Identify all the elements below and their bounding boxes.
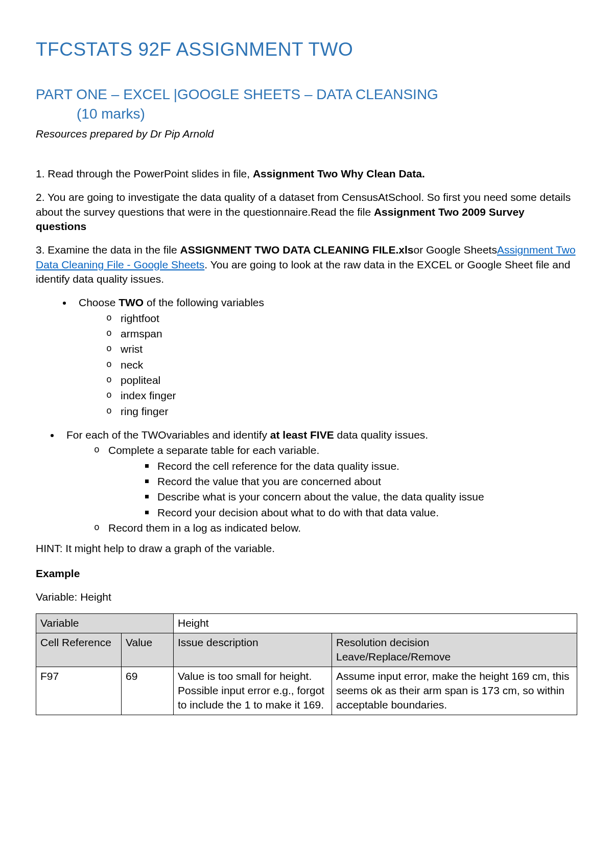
section-heading-line2: (10 marks) [36,104,577,124]
table-header-cell: Cell Reference [36,633,122,667]
document-page: TFCSTATS 92F ASSIGNMENT TWO PART ONE – E… [0,0,613,868]
paragraph-2: 2. You are going to investigate the data… [36,190,577,234]
table-cell: 69 [122,667,174,715]
text: or Google Sheets [413,244,497,256]
example-table: Variable Height Cell Reference Value Iss… [36,613,577,715]
text: of the following variables [144,296,264,308]
table-cell: Value is too small for height. Possible … [174,667,332,715]
sub-list: Complete a separate table for each varia… [66,443,577,535]
example-label: Example [36,566,577,581]
section-heading-line1: PART ONE – EXCEL |GOOGLE SHEETS – DATA C… [36,86,438,102]
text: For each of the TWOvariables and identif… [66,429,270,441]
paragraph-3: 3. Examine the data in the file ASSIGNME… [36,243,577,286]
list-item: Choose TWO of the following variables ri… [73,295,577,419]
list-item: popliteal [106,373,577,387]
text: 1. Read through the PowerPoint slides in… [36,168,253,179]
bullet-list: Choose TWO of the following variables ri… [36,295,577,419]
table-cell: Assume input error, make the height 169 … [332,667,577,715]
paragraph-1: 1. Read through the PowerPoint slides in… [36,167,577,181]
list-item: index finger [106,389,577,403]
bold-text: Assignment Two Why Clean Data. [253,168,425,179]
table-cell: Variable [36,614,174,633]
text: Complete a separate table for each varia… [108,444,319,456]
bullet-list: For each of the TWOvariables and identif… [36,428,577,535]
sub-list: rightfoot armspan wrist neck popliteal i… [79,311,577,419]
table-header-cell: Issue description [174,633,332,667]
bold-text: ASSIGNMENT TWO DATA CLEANING FILE.xls [180,244,414,256]
list-item: rightfoot [106,311,577,326]
table-row: Cell Reference Value Issue description R… [36,633,577,667]
hint-text: HINT: It might help to draw a graph of t… [36,541,577,556]
list-item: For each of the TWOvariables and identif… [60,428,577,535]
example-variable-line: Variable: Height [36,590,577,604]
list-item: Record the value that you are concerned … [145,474,577,489]
table-row: F97 69 Value is too small for height. Po… [36,667,577,715]
list-item: neck [106,358,577,372]
list-item: Record the cell reference for the data q… [145,459,577,473]
text: 3. Examine the data in the file [36,244,180,256]
list-item: Complete a separate table for each varia… [94,443,577,520]
list-item: Record them in a log as indicated below. [94,521,577,535]
list-item: Describe what is your concern about the … [145,490,577,504]
text: data quality issues. [334,429,428,441]
text: Resolution decision [336,636,429,648]
page-title: TFCSTATS 92F ASSIGNMENT TWO [36,37,577,62]
table-header-cell: Value [122,633,174,667]
bold-text: at least FIVE [270,429,334,441]
bold-text: TWO [119,296,144,308]
table-cell: Height [174,614,577,633]
text: Leave/Replace/Remove [336,651,451,663]
byline: Resources prepared by Dr Pip Arnold [36,127,577,141]
list-item: Record your decision about what to do wi… [145,506,577,520]
section-heading: PART ONE – EXCEL |GOOGLE SHEETS – DATA C… [36,85,577,124]
list-item: ring finger [106,404,577,419]
table-header-cell: Resolution decision Leave/Replace/Remove [332,633,577,667]
sub-sub-list: Record the cell reference for the data q… [108,459,577,520]
table-row: Variable Height [36,614,577,633]
list-item: wrist [106,342,577,356]
text: Choose [79,296,119,308]
table-cell: F97 [36,667,122,715]
list-item: armspan [106,327,577,341]
